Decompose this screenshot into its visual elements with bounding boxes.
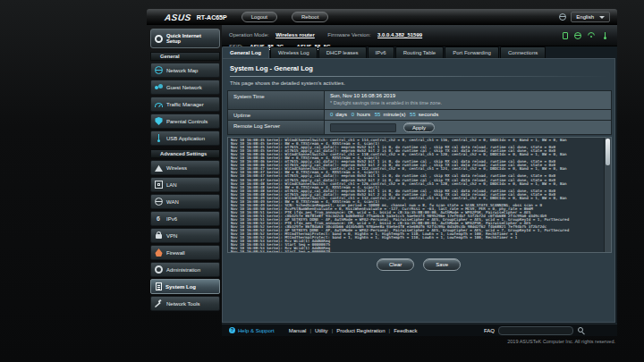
router-admin-app: ASUS RT-AC65P Logout Reboot English Oper… [147,9,617,347]
search-icon[interactable] [577,326,585,334]
sidebar-item-lan[interactable]: LAN [150,177,220,192]
clear-button[interactable]: Clear [377,258,414,271]
quick-internet-setup-button[interactable]: Quick Internet Setup [150,29,220,48]
tab-routing-table[interactable]: Routing Table [395,46,445,58]
flame-icon [155,248,163,257]
table-row: Remote Log Server Apply [227,121,612,135]
table-row: Uptime 0days 0hours 55minute(s) 55second… [227,110,612,121]
log-action-buttons: Clear Save [223,258,614,271]
firmware-version-value[interactable]: 3.0.0.4.382_51599 [377,32,422,38]
globe-icon [155,66,163,74]
tab-connections[interactable]: Connections [500,46,546,58]
sidebar-item-guest-network[interactable]: Guest Network [150,80,220,95]
sidebar-item-administration[interactable]: Administration [150,262,220,277]
header-right-group: English [559,12,610,22]
asus-logo: ASUS [164,13,191,22]
sidebar-item-system-log[interactable]: System Log [150,279,220,294]
help-icon [229,327,235,333]
ipv6-icon [155,215,163,223]
app-status-icon[interactable] [563,32,568,39]
logout-button[interactable]: Logout [242,12,277,22]
page-description: This page shows the detailed system's ac… [230,80,607,86]
tab-dhcp-leases[interactable]: DHCP leases [318,46,367,58]
title-divider [230,76,607,77]
sidebar-item-label: Wireless [166,165,187,171]
usb-icon [155,134,163,142]
table-row: System Time Sun, Nov 10 16:08:36 2019 * … [227,91,612,110]
guests-icon [155,83,163,91]
wifi-status-icon[interactable] [588,32,595,39]
gear-icon [155,265,163,274]
footer-links: Manual Utility Product Registration Feed… [289,328,418,333]
sidebar-item-label: Administration [166,267,200,273]
sidebar-item-label: IPv6 [166,216,177,222]
qis-icon [155,35,163,43]
log-scrollbar-thumb[interactable] [606,139,610,165]
router-model-label: RT-AC65P [197,14,227,21]
save-button[interactable]: Save [423,258,461,271]
sidebar-item-parental-controls[interactable]: Parental Controls [150,114,220,129]
footer-link-feedback[interactable]: Feedback [386,328,418,333]
sidebar-section-advanced-settings: Advanced Settings [150,149,220,158]
wrench-icon [155,299,163,307]
sidebar-item-wireless[interactable]: Wireless [150,160,220,175]
footer-link-product-registration[interactable]: Product Registration [328,328,386,333]
content-panel: System Log - General Log This page shows… [222,58,615,323]
sidebar-item-label: Network Tools [166,301,200,307]
sidebar-item-label: LAN [166,182,177,188]
lan-icon [155,181,163,189]
remote-log-server-input[interactable] [330,123,396,132]
tab-ipv6[interactable]: IPv6 [368,46,394,58]
sidebar-item-wan[interactable]: WAN [150,194,220,209]
status-icons [563,25,608,46]
wan-globe-icon [155,198,163,206]
sidebar-item-label: Firewall [166,250,185,256]
sidebar-item-network-map[interactable]: Network Map [150,63,220,78]
sidebar-item-label: System Log [165,284,196,290]
remote-log-server-cell: Apply [325,121,611,134]
sidebar-item-vpn[interactable]: VPN [150,228,220,243]
footer-bar: Help & Support Manual Utility Product Re… [222,324,617,336]
tab-general-log[interactable]: General Log [222,46,269,58]
reboot-button[interactable]: Reboot [292,12,328,22]
uptime-label: Uptime [228,110,325,120]
tab-port-forwarding[interactable]: Port Forwarding [445,46,499,58]
tab-wireless-log[interactable]: Wireless Log [270,46,318,58]
language-label: English [576,14,594,20]
antenna-icon [155,164,163,172]
sidebar-item-network-tools[interactable]: Network Tools [150,296,220,311]
remote-log-server-label: Remote Log Server [228,121,325,134]
sidebar-item-usb-application[interactable]: USB Application [150,130,220,146]
internet-status-icon[interactable] [574,32,581,39]
sidebar-item-ipv6[interactable]: IPv6 [150,211,220,226]
apply-button[interactable]: Apply [403,122,435,132]
log-doc-icon [156,282,162,290]
lock-icon [155,232,163,240]
footer-link-manual[interactable]: Manual [289,328,307,333]
usb-status-icon[interactable] [601,32,608,39]
language-select[interactable]: English [571,12,610,22]
sidebar-item-label: VPN [166,233,177,239]
help-support-link[interactable]: Help & Support [229,327,275,333]
top-header-bar: ASUS RT-AC65P Logout Reboot English [147,9,617,25]
sidebar-item-label: USB Application [166,136,205,141]
sidebar-item-label: Network Map [166,68,198,73]
sidebar-item-firewall[interactable]: Firewall [150,245,220,260]
daylight-savings-note: * Daylight savings time is enabled in th… [330,100,611,105]
faq-search-group: FAQ [484,326,585,335]
footer-link-utility[interactable]: Utility [306,328,327,333]
log-info-table: System Time Sun, Nov 10 16:08:36 2019 * … [227,90,612,135]
system-log-textarea[interactable]: Nov 10 16:08:45 kernel: WlCmdChannelSwit… [227,137,612,253]
status-banner: Operation Mode: Wireless router Firmware… [222,25,617,46]
chevron-down-icon [599,16,605,19]
faq-label: FAQ [484,328,495,333]
firmware-version-label: Firmware Version: [327,32,370,38]
faq-search-input[interactable] [498,326,573,335]
sidebar-section-general: General [150,52,220,61]
language-globe-icon [559,13,566,21]
log-scrollbar-track[interactable] [604,138,611,252]
system-time-label: System Time [228,91,325,109]
gauge-icon [155,103,163,107]
copyright-text: 2019 ASUSTeK Computer Inc. All rights re… [507,339,615,344]
sidebar-item-traffic-manager[interactable]: Traffic Manager [150,97,220,112]
